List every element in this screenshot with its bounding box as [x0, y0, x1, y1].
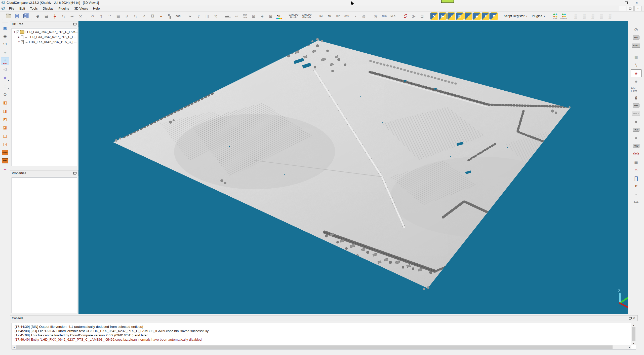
hpr-plugin-button[interactable]: HPR [631, 102, 641, 109]
csf-filter-plugin-button[interactable]: CSF Filter [631, 86, 641, 93]
global-shift-button[interactable]: ⊕ [34, 12, 42, 20]
sketch-button[interactable]: S [401, 12, 409, 20]
mls-smoothing-button[interactable]: MLS [389, 12, 397, 20]
tree-row[interactable]: ▼✓LHD_FXX_0642_6237_PTS_C_LAM... [12, 29, 76, 34]
point-list-picking-button[interactable]: ⚒ [212, 12, 220, 20]
toolbar-handle[interactable] [183, 13, 185, 19]
menu-display[interactable]: Display [40, 6, 56, 11]
unroll-button[interactable]: ⊡ [418, 12, 426, 20]
statistical-test-button[interactable]: μ,σ [232, 12, 240, 20]
toolbar-handle[interactable] [2, 13, 3, 19]
edl-shader-button[interactable]: EDL [631, 34, 641, 41]
plugin-disabled-2-button[interactable]: ▒ [580, 12, 588, 20]
globe-button[interactable]: ◍ [360, 12, 368, 20]
point-pair-align-button[interactable]: ↗ [140, 12, 148, 20]
console-close-button[interactable]: ✕ [632, 316, 636, 320]
plugins-menu-button[interactable]: Plugins▼ [530, 13, 547, 19]
compass-plugin-button[interactable]: ◈ [631, 69, 641, 77]
scroll-right-icon[interactable]: ▸ [628, 345, 631, 349]
open-button[interactable] [5, 12, 13, 20]
manual-class-plugin-button[interactable]: ☛ [631, 182, 641, 190]
sphere-pie-button[interactable]: ◑ [351, 12, 359, 20]
hscroll-thumb[interactable] [16, 345, 613, 349]
minimize-button[interactable]: – [610, 0, 621, 6]
ssao-shader-button[interactable]: SSAO [631, 42, 641, 49]
normals-curvature-button[interactable]: N+C [380, 12, 388, 20]
script-register-button[interactable]: Script Register▼ [502, 13, 530, 19]
db-tree-float-button[interactable] [73, 22, 77, 26]
console-vscrollbar[interactable]: ▴ ▾ [631, 323, 636, 345]
ellipser-plugin-button[interactable]: ○ [631, 166, 641, 174]
poisson-plugin-button[interactable]: ● [631, 134, 641, 141]
view-iso-front-button[interactable]: FRONT [1, 149, 9, 157]
toolbar-handle[interactable] [86, 13, 87, 19]
python-run-button[interactable]: ▶ [439, 12, 447, 20]
python-editor-button[interactable]: ✎ [430, 12, 438, 20]
puzzle-button[interactable]: ⌘ [372, 12, 380, 20]
menu-tools[interactable]: Tools [27, 6, 40, 11]
canupo-classify-button[interactable]: CANUPO Classify [300, 12, 313, 20]
viewport-3d[interactable]: Z Y X [78, 21, 628, 314]
shield-plugin-button[interactable]: ◆ [631, 118, 641, 125]
view-back-button[interactable]: ◪ [1, 124, 9, 132]
properties-header[interactable]: Properties [10, 170, 78, 176]
histogram-button[interactable]: ▃▅▂ [224, 12, 232, 20]
broom-plugin-button[interactable]: ╲ [631, 61, 641, 69]
cloudlayers-plugin-button[interactable]: ⚙⚙ [631, 150, 641, 158]
python-repl-button[interactable]: » [464, 12, 472, 20]
apply-transformation-button[interactable]: ⇥ [68, 12, 76, 20]
mesh-sampling-button[interactable]: ▦ [114, 12, 122, 20]
tree-expander[interactable]: ▼ [13, 31, 16, 33]
zoom-mode-button[interactable]: ⊙ [1, 90, 9, 98]
tree-expander[interactable]: ▶ [18, 36, 20, 38]
python-info-button[interactable]: i [447, 12, 455, 20]
layers-plugin-button[interactable]: ≣ [631, 158, 641, 166]
treeiso-plugin-button[interactable]: ♣♣♣ [631, 198, 641, 206]
masc-train-button[interactable]: TRAIN [551, 12, 559, 20]
subsample-button[interactable]: ∷ [106, 12, 114, 20]
c2m-distance-button[interactable]: ⇆ [131, 12, 139, 20]
plugin-disabled-1-button[interactable]: ▒ [572, 12, 580, 20]
save-all-button[interactable] [22, 12, 30, 20]
screenshot-button[interactable]: ◉ [1, 32, 9, 40]
view-bottom-button[interactable]: ◳ [1, 140, 9, 148]
masc-classify-button[interactable]: CLASSIFY [560, 12, 568, 20]
mdi-restore-button[interactable] [627, 6, 634, 11]
toolbar-handle[interactable] [221, 13, 223, 19]
rsd-plugin-button[interactable]: RSD [631, 142, 641, 150]
vscroll-thumb[interactable] [632, 327, 635, 341]
add-scalar-field-button[interactable]: + [258, 12, 266, 20]
delete-scalar-field-button[interactable]: ⊟ [250, 12, 258, 20]
stereo-mode-button[interactable]: ●● [1, 165, 9, 173]
view-front-button[interactable]: ◨ [1, 107, 9, 115]
restore-button[interactable] [621, 0, 631, 6]
view-top-button[interactable]: ◧ [1, 99, 9, 107]
tree-checkbox[interactable]: ✓ [21, 40, 24, 44]
kd-tree-button[interactable]: Kd [317, 12, 325, 20]
tree-row[interactable]: ▶☁LHD_FXX_0642_6237_PTS_C_L... [12, 34, 76, 40]
toolbar-handle[interactable] [2, 22, 8, 23]
sf-color-scale-button[interactable]: SF [275, 12, 283, 20]
toolbar-handle[interactable] [369, 13, 371, 19]
point-picking-button[interactable]: ╋ [51, 12, 59, 20]
clone-button[interactable]: ⇆ [59, 12, 67, 20]
scroll-up-icon[interactable]: ▴ [632, 323, 635, 327]
masonry-plugin-button[interactable]: ∏ [631, 174, 641, 182]
view-iso-back-button[interactable]: BACK [1, 157, 9, 165]
segment-button[interactable]: ✂ [186, 12, 194, 20]
plugin-disabled-5-button[interactable]: ▒ [606, 12, 614, 20]
hough-normals-plugin-button[interactable]: → N [631, 94, 641, 101]
auto-pick-center-button[interactable]: +auto [1, 57, 9, 65]
previous-view-button[interactable]: ◁ [1, 65, 9, 74]
facets-plugin-button[interactable]: ◆ [631, 78, 641, 85]
cross-section-button[interactable]: ◫ [203, 12, 211, 20]
properties-float-button[interactable] [73, 171, 77, 175]
menu-help[interactable]: Help [91, 6, 102, 11]
tree-expander[interactable]: ▼ [18, 41, 20, 43]
rasterize-button[interactable]: ▚ [166, 12, 174, 20]
python-runner-button[interactable]: ↗ [481, 12, 490, 20]
c2c-distance-button[interactable]: ⇄ [123, 12, 131, 20]
bif-file-button[interactable]: BIF [334, 12, 342, 20]
fm-cloud-button[interactable]: FM [326, 12, 334, 20]
pcv-plugin-button[interactable]: PCV [631, 126, 641, 133]
